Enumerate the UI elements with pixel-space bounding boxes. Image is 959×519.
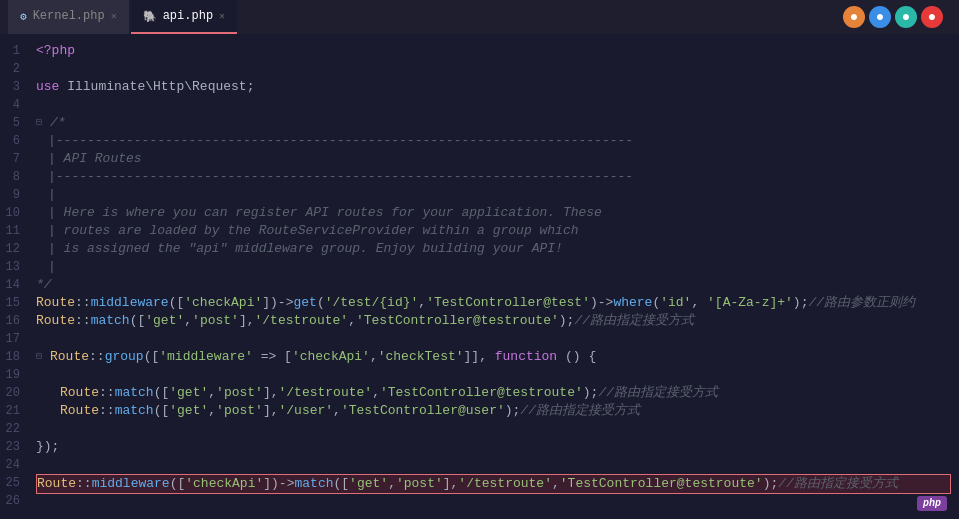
tab-bar: ⚙ Kernel.php ✕ 🐘 api.php ✕ ● ● ● ● (0, 0, 959, 34)
code-line-11: | routes are loaded by the RouteServiceP… (36, 222, 959, 240)
red-circle-btn[interactable]: ● (921, 6, 943, 28)
orange-circle-btn[interactable]: ● (843, 6, 865, 28)
editor-area: 1 2 3 4 5 6 7 8 9 10 11 12 13 14 15 16 1… (0, 34, 959, 519)
code-line-20: Route::match(['get','post'],'/testroute'… (36, 384, 959, 402)
tab-kernel-close[interactable]: ✕ (111, 10, 117, 22)
code-line-24 (36, 456, 959, 474)
code-line-5: ⊟/* (36, 114, 959, 132)
kernel-icon: ⚙ (20, 10, 27, 23)
code-line-25: Route::middleware(['checkApi'])->match([… (36, 474, 951, 494)
code-line-18: ⊟Route::group(['middleware' => ['checkAp… (36, 348, 959, 366)
code-content[interactable]: <?php use Illuminate\Http\Request; ⊟/* |… (28, 34, 959, 519)
code-line-13: | (36, 258, 959, 276)
tab-api[interactable]: 🐘 api.php ✕ (131, 0, 237, 34)
php-file-icon: 🐘 (143, 10, 157, 23)
code-line-23: }); (36, 438, 959, 456)
code-line-7: | API Routes (36, 150, 959, 168)
code-line-8: |---------------------------------------… (36, 168, 959, 186)
code-line-2 (36, 60, 959, 78)
code-line-14: */ (36, 276, 959, 294)
code-line-26 (36, 494, 959, 512)
php-badge: php (917, 496, 947, 511)
tab-kernel[interactable]: ⚙ Kernel.php ✕ (8, 0, 129, 34)
blue-circle-btn[interactable]: ● (869, 6, 891, 28)
code-line-15: Route::middleware(['checkApi'])->get('/t… (36, 294, 959, 312)
code-line-19 (36, 366, 959, 384)
tab-kernel-label: Kernel.php (33, 9, 105, 23)
tab-api-close[interactable]: ✕ (219, 10, 225, 22)
code-line-4 (36, 96, 959, 114)
tab-api-label: api.php (163, 9, 213, 23)
code-line-17 (36, 330, 959, 348)
code-line-9: | (36, 186, 959, 204)
code-line-22 (36, 420, 959, 438)
code-line-21: Route::match(['get','post'],'/user','Tes… (36, 402, 959, 420)
line-numbers: 1 2 3 4 5 6 7 8 9 10 11 12 13 14 15 16 1… (0, 34, 28, 519)
code-line-10: | Here is where you can register API rou… (36, 204, 959, 222)
top-right-icons: ● ● ● ● (843, 6, 951, 28)
code-line-12: | is assigned the "api" middleware group… (36, 240, 959, 258)
code-line-6: |---------------------------------------… (36, 132, 959, 150)
code-line-3: use Illuminate\Http\Request; (36, 78, 959, 96)
teal-circle-btn[interactable]: ● (895, 6, 917, 28)
code-line-1: <?php (36, 42, 959, 60)
code-line-16: Route::match(['get','post'],'/testroute'… (36, 312, 959, 330)
